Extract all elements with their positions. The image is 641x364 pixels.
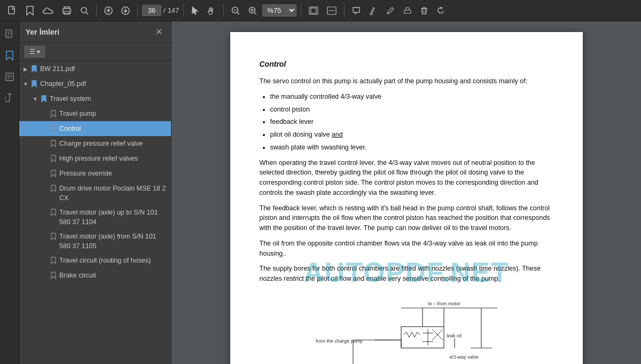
- sidebar-item-pressure_override[interactable]: Pressure override: [19, 166, 171, 181]
- tree-item-label: Control: [59, 123, 167, 134]
- svg-line-5: [86, 12, 88, 14]
- svg-marker-10: [192, 7, 198, 14]
- svg-rect-19: [311, 8, 316, 13]
- sidebar-item-travel_circuit[interactable]: Travel circuit (routing of hoses): [19, 253, 171, 268]
- stamp-button[interactable]: [400, 4, 415, 17]
- sidebar-item-chapter05[interactable]: ▼ Chapter_05.pdf: [19, 76, 171, 91]
- bookmark-icon: [49, 123, 58, 134]
- bookmarks-sidebar: Yer İmleri ✕ ☰ ▾ ▶ BW 211.pdf▼ Chapter_0…: [19, 21, 171, 364]
- divider6: [344, 4, 345, 17]
- new-doc-button[interactable]: [4, 4, 20, 18]
- download-button[interactable]: [118, 4, 133, 17]
- main-layout: Yer İmleri ✕ ☰ ▾ ▶ BW 211.pdf▼ Chapter_0…: [0, 21, 641, 364]
- svg-marker-43: [51, 140, 56, 147]
- bookmark-icon: [49, 231, 58, 242]
- svg-marker-41: [51, 110, 56, 117]
- divider4: [223, 4, 224, 17]
- pdf-content: Control The servo control on this pump i…: [260, 59, 553, 364]
- bookmark-icon: [49, 153, 58, 164]
- expand-arrow-placeholder: [41, 138, 49, 149]
- bookmark-button[interactable]: [22, 4, 37, 18]
- sidebar-item-travel_pump[interactable]: Travel pump: [19, 106, 171, 121]
- bookmark-icon: [49, 255, 58, 266]
- delete-button[interactable]: [417, 4, 431, 17]
- tree-item-label: Travel pump: [59, 108, 167, 119]
- annotations-panel-button[interactable]: [1, 68, 18, 85]
- toolbar: / 147 %75 %50 %100 %125 %150: [0, 0, 641, 21]
- sidebar-menu-button[interactable]: ☰ ▾: [25, 46, 45, 58]
- tree-item-label: Chapter_05.pdf: [40, 78, 167, 89]
- expand-arrow-placeholder: [41, 255, 49, 266]
- attachments-panel-button[interactable]: [1, 90, 18, 107]
- sidebar-item-travel_motor_axle2[interactable]: Travel motor (axle) from S/N 101 580 37 …: [19, 229, 171, 253]
- svg-rect-0: [9, 6, 14, 14]
- svg-marker-1: [27, 6, 33, 15]
- svg-rect-3: [64, 11, 69, 14]
- bookmark-icon: [49, 108, 58, 119]
- expand-arrow-placeholder: [41, 183, 49, 194]
- print-button[interactable]: [59, 4, 75, 17]
- zoom-select[interactable]: %75 %50 %100 %125 %150: [262, 4, 296, 17]
- sidebar-item-charge_pressure[interactable]: Charge pressure relief valve: [19, 136, 171, 151]
- expand-arrow-placeholder: [41, 231, 49, 242]
- pages-panel-button[interactable]: [1, 26, 18, 43]
- rotate-button[interactable]: [433, 4, 448, 17]
- svg-line-13: [237, 12, 239, 14]
- sidebar-item-control[interactable]: Control: [19, 121, 171, 136]
- paragraph2: The feedback lever, which is resting wit…: [260, 203, 553, 233]
- sidebar-item-drum_drive[interactable]: Drum drive motor Poclain MSE 18 2 CX: [19, 181, 171, 205]
- search-button[interactable]: [77, 4, 92, 17]
- expand-arrow-icon[interactable]: ▼: [21, 78, 30, 89]
- svg-marker-39: [32, 81, 36, 87]
- svg-text:leak oil: leak oil: [447, 333, 462, 338]
- menu-arrow-icon: ▾: [37, 48, 40, 56]
- tree-item-label: Travel motor (axle) up to S/N 101 580 37…: [59, 207, 167, 227]
- sidebar-item-high_pressure[interactable]: High pressure relief valves: [19, 151, 171, 166]
- svg-marker-42: [51, 125, 56, 132]
- sidebar-close-button[interactable]: ✕: [153, 26, 165, 38]
- zoom-in-button[interactable]: [245, 4, 260, 17]
- bookmark-icon: [30, 64, 38, 74]
- svg-marker-40: [42, 96, 46, 102]
- expand-arrow-placeholder: [41, 108, 49, 119]
- sidebar-item-brake_circuit[interactable]: Brake circuit: [19, 268, 171, 283]
- bookmark-icon: [49, 183, 58, 194]
- upload-button[interactable]: [101, 4, 116, 17]
- page-navigation: / 147: [142, 5, 179, 16]
- pdf-viewer[interactable]: AUTOPDF.NET Control The servo control on…: [171, 21, 641, 364]
- divider2: [137, 4, 138, 17]
- svg-rect-57: [401, 327, 444, 348]
- list-item: pilot oil dosing valve and: [270, 130, 553, 140]
- cloud-button[interactable]: [40, 5, 57, 17]
- tree-item-label: Travel motor (axle) from S/N 101 580 37 …: [59, 231, 167, 251]
- svg-line-17: [254, 12, 256, 14]
- page-number-input[interactable]: [142, 5, 161, 16]
- pdf-page: AUTOPDF.NET Control The servo control on…: [230, 32, 583, 364]
- expand-arrow-icon[interactable]: ▼: [31, 93, 40, 104]
- bookmarks-panel-button[interactable]: [1, 47, 18, 64]
- svg-marker-45: [51, 170, 56, 177]
- intro-paragraph: The servo control on this pump is actual…: [260, 76, 553, 86]
- draw-button[interactable]: [383, 4, 398, 17]
- sidebar-item-bw211[interactable]: ▶ BW 211.pdf: [19, 61, 171, 76]
- fit-page-button[interactable]: [306, 4, 322, 17]
- hand-tool-button[interactable]: [204, 4, 219, 17]
- cursor-tool-button[interactable]: [188, 4, 202, 17]
- svg-marker-47: [51, 209, 56, 216]
- svg-rect-25: [422, 9, 426, 14]
- tree-item-label: Brake circuit: [59, 270, 167, 281]
- tree-item-label: Charge pressure relief valve: [59, 138, 167, 149]
- sidebar-item-travel_motor_axle1[interactable]: Travel motor (axle) up to S/N 101 580 37…: [19, 205, 171, 229]
- sidebar-item-travel_system[interactable]: ▼ Travel system: [19, 91, 171, 106]
- expand-arrow-icon[interactable]: ▶: [21, 64, 30, 74]
- expand-arrow-placeholder: [41, 270, 49, 281]
- zoom-out-button[interactable]: [228, 4, 243, 17]
- highlight-button[interactable]: [366, 4, 381, 17]
- fit-width-button[interactable]: [324, 4, 340, 17]
- expand-arrow-placeholder: [41, 123, 49, 134]
- page-total: 147: [168, 6, 179, 14]
- svg-rect-24: [404, 10, 411, 13]
- list-item: swash plate with swashing lever.: [270, 143, 553, 153]
- tree-item-label: BW 211.pdf: [40, 64, 167, 74]
- comment-button[interactable]: [349, 4, 364, 17]
